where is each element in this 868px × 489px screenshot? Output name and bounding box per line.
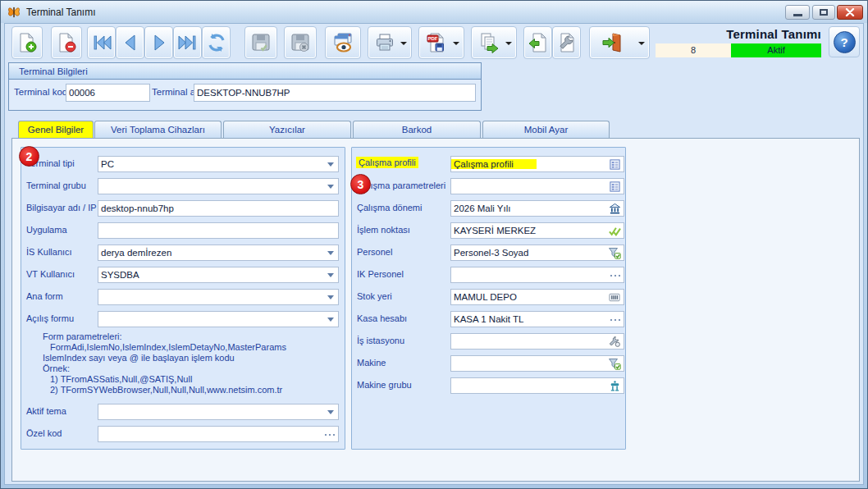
calisma-donemi-field[interactable]: 2026 Mali Yılı [450, 200, 624, 217]
ellipsis-icon[interactable] [324, 432, 336, 436]
last-arrow-icon [177, 32, 199, 53]
page-import-icon [528, 32, 549, 53]
next-record-button[interactable] [144, 26, 173, 59]
barcode-icon[interactable] [608, 291, 621, 304]
bilgisayar-adi-input[interactable] [98, 200, 339, 217]
annotation-badge-3: 3 [350, 174, 371, 194]
prior-arrow-icon [120, 32, 141, 53]
new-record-button[interactable] [11, 26, 43, 59]
info-line: 2) TFormSYWebBrowser,Null,Null,Null,www.… [43, 385, 341, 395]
cancel-save-disk-icon [290, 32, 311, 53]
chevron-down-icon[interactable] [327, 162, 334, 167]
uygulama-input[interactable] [98, 222, 339, 239]
terminal-grubu-label: Terminal grubu [26, 181, 86, 190]
islem-noktasi-field[interactable]: KAYSERİ MERKEZ [450, 222, 624, 239]
terminal-tipi-combo[interactable]: PC [98, 156, 339, 172]
terminal-adi-input[interactable] [194, 84, 476, 102]
is-kullanici-combo[interactable]: derya demİrezen [98, 244, 339, 261]
record-number: 8 [656, 43, 731, 57]
prior-record-button[interactable] [116, 26, 144, 59]
filter-check-icon[interactable] [608, 246, 621, 259]
pdf-export-button[interactable]: PDF [418, 26, 464, 59]
grid-icon[interactable] [609, 181, 621, 193]
first-arrow-icon [91, 32, 112, 53]
makine-grubu-label: Makine grubu [357, 380, 412, 390]
makine-grubu-field[interactable] [450, 377, 624, 394]
pdf-dropdown-icon[interactable] [453, 42, 459, 45]
terminal-kodu-input[interactable] [66, 84, 150, 102]
first-record-button[interactable] [87, 26, 116, 59]
exit-door-icon [601, 31, 624, 54]
record-panel-title: Terminal Tanımı [656, 27, 821, 41]
kasa-hesabi-field[interactable]: KASA 1 Nakit TL [450, 311, 624, 327]
bilgisayar-adi-label: Bilgisayar adı / IP [26, 203, 97, 213]
ozel-kod-label: Özel kod [26, 428, 62, 438]
import-button[interactable] [523, 26, 552, 59]
save-disk-icon [250, 32, 272, 53]
exit-button[interactable] [589, 26, 650, 59]
client-area: PDF [4, 23, 864, 485]
calisma-profili-field[interactable]: Çalışma profili [450, 156, 624, 172]
makine-field[interactable] [450, 355, 624, 372]
chevron-down-icon[interactable] [327, 251, 334, 255]
filter-check-icon[interactable] [608, 357, 621, 370]
grid-icon[interactable] [609, 158, 621, 171]
personel-field[interactable]: Personel-3 Soyad [450, 244, 624, 261]
ellipsis-icon[interactable] [610, 272, 621, 277]
refresh-button[interactable] [202, 26, 231, 59]
chevron-down-icon[interactable] [327, 295, 334, 299]
export-dropdown-icon[interactable] [505, 42, 512, 45]
print-dropdown-icon[interactable] [400, 42, 407, 45]
double-check-icon[interactable] [608, 225, 621, 237]
ellipsis-icon[interactable] [610, 317, 621, 322]
terminal-grubu-combo[interactable] [98, 178, 339, 194]
butterfly-logo-icon [7, 5, 21, 20]
ik-personel-field[interactable] [450, 267, 624, 283]
stok-yeri-label: Stok yeri [357, 291, 392, 301]
close-button[interactable] [837, 5, 863, 20]
machine-group-icon[interactable] [609, 380, 621, 392]
acilis-formu-label: Açılış formu [26, 313, 74, 323]
left-form-panel: Terminal tipi PC Terminal grubu Bilgisay… [21, 147, 345, 450]
stok-yeri-field[interactable]: MAMUL DEPO [450, 289, 624, 305]
maximize-button[interactable] [812, 5, 835, 20]
ana-form-combo[interactable] [98, 289, 339, 305]
tab-mobil-ayar[interactable]: Mobil Ayar [482, 121, 610, 139]
calisma-parametreleri-field[interactable] [450, 178, 624, 194]
info-line: Form parametreleri: [43, 331, 341, 342]
wrench-icon[interactable] [608, 335, 621, 348]
last-record-button[interactable] [173, 26, 202, 59]
ozel-kod-field[interactable] [98, 426, 339, 442]
is-istasyonu-field[interactable] [450, 333, 624, 350]
minimize-button[interactable] [785, 5, 810, 20]
preview-button[interactable] [325, 26, 361, 59]
exit-dropdown-icon[interactable] [638, 42, 645, 45]
acilis-formu-combo[interactable] [98, 311, 339, 327]
vt-kullanici-combo[interactable]: SYSDBA [98, 267, 339, 283]
delete-record-button[interactable] [51, 26, 82, 59]
help-button[interactable]: ? [829, 26, 860, 57]
tab-barkod[interactable]: Barkod [353, 121, 481, 139]
page-add-icon [16, 32, 38, 53]
chevron-down-icon[interactable] [327, 410, 334, 414]
chevron-down-icon[interactable] [327, 185, 334, 189]
groupbox-title: Terminal Bilgileri [9, 63, 481, 80]
tab-page-genel-bilgiler: Terminal tipi PC Terminal grubu Bilgisay… [11, 138, 860, 482]
maximize-icon [820, 9, 828, 16]
tab-yazicilar[interactable]: Yazıcılar [223, 121, 351, 139]
cancel-save-button[interactable] [284, 26, 317, 59]
tab-genel-bilgiler[interactable]: Genel Bilgiler [18, 121, 94, 139]
chevron-down-icon[interactable] [327, 273, 334, 277]
tab-veri-toplama-cihazlari[interactable]: Veri Toplama Cihazları [94, 121, 222, 139]
vt-kullanici-label: VT Kullanıcı [26, 269, 75, 279]
bank-icon[interactable] [609, 203, 621, 215]
chevron-down-icon[interactable] [327, 318, 334, 322]
save-button[interactable] [244, 26, 277, 59]
aktif-tema-combo[interactable] [98, 404, 339, 420]
help-icon: ? [834, 31, 856, 53]
service-tools-button[interactable] [552, 26, 581, 59]
window-title: Terminal Tanımı [26, 7, 95, 18]
next-arrow-icon [148, 32, 170, 53]
export-button[interactable] [471, 26, 517, 59]
print-button[interactable] [368, 26, 412, 59]
